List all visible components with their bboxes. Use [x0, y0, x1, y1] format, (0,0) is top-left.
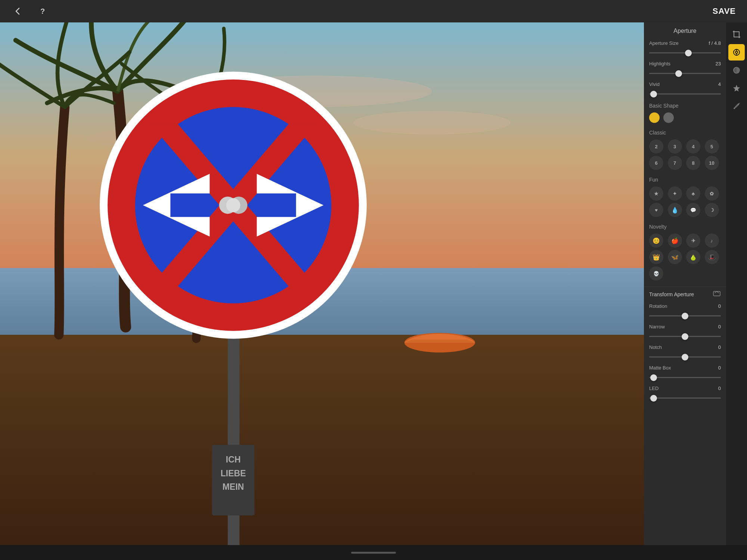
svg-text:ICH: ICH — [226, 455, 241, 464]
novelty-pear[interactable]: 🍐 — [686, 250, 700, 264]
novelty-crown[interactable]: 👑 — [649, 250, 663, 264]
vivid-slider[interactable] — [649, 93, 721, 95]
rotation-value: 0 — [718, 303, 721, 309]
novelty-music[interactable]: ♪ — [705, 233, 719, 248]
classic-3[interactable]: 3 — [668, 139, 682, 154]
tone-tool-button[interactable] — [728, 62, 745, 78]
vivid-label: Vivid — [649, 81, 660, 87]
svg-text:LIEBE: LIEBE — [220, 468, 246, 478]
aperture-size-label: Aperture Size — [649, 40, 679, 46]
aperture-tool-button[interactable] — [728, 44, 745, 61]
classic-8[interactable]: 8 — [686, 156, 700, 170]
vivid-control: Vivid 4 — [644, 79, 726, 100]
help-button[interactable]: ? — [36, 4, 49, 18]
back-button[interactable] — [11, 4, 25, 18]
novelty-skull[interactable]: 💀 — [649, 266, 663, 281]
aperture-size-value: f / 4.8 — [709, 40, 721, 46]
side-icons-panel — [726, 22, 747, 545]
fun-star5[interactable]: ★ — [649, 186, 663, 201]
notch-value: 0 — [718, 344, 721, 350]
rotation-control: Rotation 0 — [644, 301, 726, 322]
fun-drop[interactable]: 💧 — [668, 203, 682, 217]
novelty-hat[interactable]: 🎩 — [705, 250, 719, 264]
top-bar-left: ? — [11, 4, 49, 18]
panel-title: Aperture — [644, 22, 726, 38]
shape-gray[interactable] — [663, 112, 674, 123]
svg-text:MEIN: MEIN — [223, 482, 244, 492]
crop-tool-button[interactable] — [728, 26, 745, 43]
photo-area: ICH LIEBE MEIN — [0, 22, 644, 545]
right-panel: Aperture Aperture Size f / 4.8 Highlight… — [644, 22, 726, 545]
fun-star6[interactable]: ✦ — [668, 186, 682, 201]
highlights-value: 23 — [716, 61, 721, 66]
scroll-indicator — [351, 552, 396, 554]
basic-shapes-row — [644, 110, 726, 127]
highlights-control: Highlights 23 — [644, 59, 726, 79]
classic-7[interactable]: 7 — [668, 156, 682, 170]
notch-control: Notch 0 — [644, 342, 726, 363]
led-value: 0 — [718, 386, 721, 391]
save-button[interactable]: SAVE — [713, 6, 736, 16]
highlights-label: Highlights — [649, 61, 670, 66]
highlights-slider[interactable] — [649, 73, 721, 74]
novelty-label: Novelty — [644, 221, 726, 231]
classic-6[interactable]: 6 — [649, 156, 663, 170]
novelty-grid: 😊 🍎 ✈ ♪ 👑 🦋 🍐 🎩 💀 — [644, 231, 726, 284]
matte-box-control: Matte Box 0 — [644, 363, 726, 383]
narrow-label: Narrow — [649, 324, 665, 329]
top-bar: ? SAVE — [0, 0, 747, 22]
fun-bubble[interactable]: 💬 — [686, 203, 700, 217]
svg-point-30 — [735, 51, 738, 53]
vivid-value: 4 — [718, 81, 721, 87]
svg-point-36 — [734, 108, 735, 109]
svg-point-21 — [226, 198, 241, 212]
fun-grid: ★ ✦ ♣ ✿ ♥ 💧 💬 ☽ — [644, 184, 726, 221]
transform-icon — [713, 291, 721, 298]
led-control: LED 0 — [644, 383, 726, 404]
paint-tool-button[interactable] — [728, 98, 745, 114]
main-content: ICH LIEBE MEIN — [0, 22, 747, 545]
classic-label: Classic — [644, 127, 726, 137]
led-label: LED — [649, 386, 658, 391]
svg-marker-35 — [733, 85, 740, 92]
novelty-plane[interactable]: ✈ — [686, 233, 700, 248]
rotation-label: Rotation — [649, 303, 667, 309]
svg-point-2 — [353, 111, 510, 134]
rotation-slider[interactable] — [649, 315, 721, 316]
matte-box-value: 0 — [718, 365, 721, 371]
transform-aperture-header: Transform Aperture — [644, 287, 726, 301]
transform-label: Transform Aperture — [649, 291, 694, 297]
classic-4[interactable]: 4 — [686, 139, 700, 154]
fun-label: Fun — [644, 174, 726, 184]
narrow-slider[interactable] — [649, 336, 721, 337]
beach-scene: ICH LIEBE MEIN — [0, 22, 644, 545]
fun-flower[interactable]: ✿ — [705, 186, 719, 201]
matte-box-label: Matte Box — [649, 365, 671, 371]
narrow-control: Narrow 0 — [644, 322, 726, 342]
classic-grid: 2 3 4 5 6 7 8 10 — [644, 137, 726, 174]
fun-moon[interactable]: ☽ — [705, 203, 719, 217]
svg-rect-5 — [0, 335, 644, 545]
svg-rect-24 — [734, 32, 739, 37]
aperture-size-slider[interactable] — [649, 52, 721, 53]
narrow-value: 0 — [718, 324, 721, 329]
shape-yellow[interactable] — [649, 112, 660, 123]
novelty-smile[interactable]: 😊 — [649, 233, 663, 248]
led-slider[interactable] — [649, 397, 721, 399]
classic-10[interactable]: 10 — [705, 156, 719, 170]
fun-heart[interactable]: ♥ — [649, 203, 663, 217]
matte-box-slider[interactable] — [649, 377, 721, 378]
notch-label: Notch — [649, 344, 662, 350]
svg-rect-23 — [713, 291, 720, 296]
basic-shape-label: Basic Shape — [644, 100, 726, 110]
novelty-apple[interactable]: 🍎 — [668, 233, 682, 248]
notch-slider[interactable] — [649, 356, 721, 358]
fun-club[interactable]: ♣ — [686, 186, 700, 201]
novelty-butterfly[interactable]: 🦋 — [668, 250, 682, 264]
star-tool-button[interactable] — [728, 80, 745, 96]
bottom-bar — [0, 545, 747, 560]
classic-5[interactable]: 5 — [705, 139, 719, 154]
classic-2[interactable]: 2 — [649, 139, 663, 154]
aperture-size-control: Aperture Size f / 4.8 — [644, 38, 726, 59]
